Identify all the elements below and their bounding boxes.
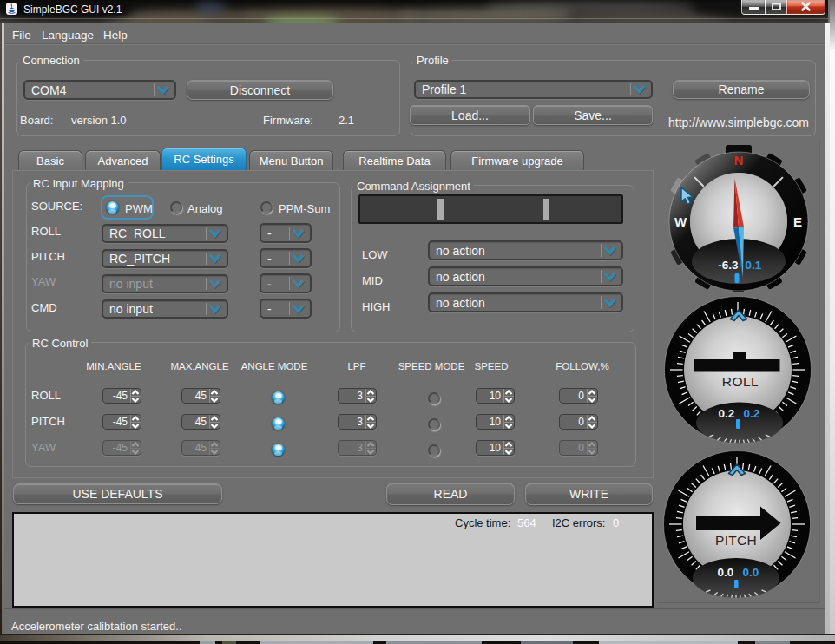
svg-text:W: W <box>674 214 687 229</box>
svg-text:0.0: 0.0 <box>743 566 759 579</box>
svg-text:N: N <box>734 153 744 168</box>
svg-text:PITCH: PITCH <box>715 533 757 548</box>
svg-text:ROLL: ROLL <box>722 374 759 389</box>
svg-text:-6.3: -6.3 <box>718 259 739 272</box>
svg-text:0.0: 0.0 <box>718 566 734 579</box>
svg-text:0.2: 0.2 <box>744 407 760 420</box>
svg-text:0.2: 0.2 <box>719 407 735 420</box>
svg-text:E: E <box>793 214 802 229</box>
svg-text:0.1: 0.1 <box>746 259 762 272</box>
